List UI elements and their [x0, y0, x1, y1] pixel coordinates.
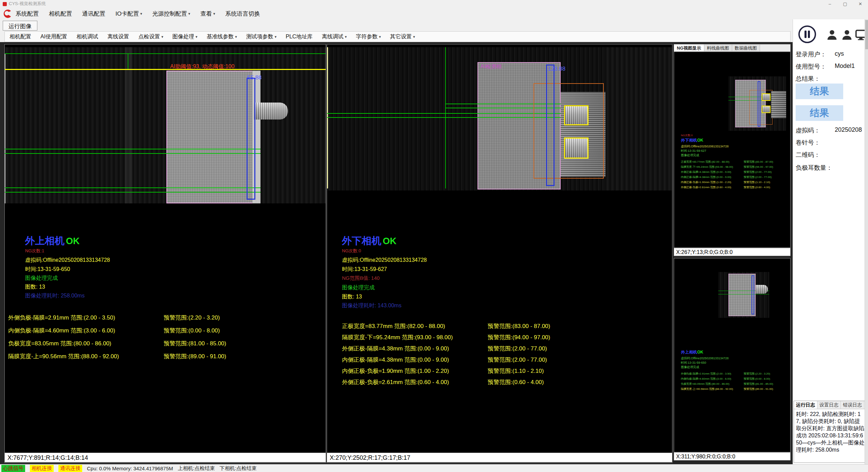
- login-user-row: 登录用户： cys: [796, 50, 844, 58]
- blue-measure-box: [546, 65, 555, 186]
- measurement-warn: 预警范围:(2.00 - 77.00): [488, 356, 547, 364]
- tool-baseline-params[interactable]: 基准线参数▾: [206, 33, 237, 40]
- log-content[interactable]: 耗时: 222, 缺陷检测耗时: 17, 缺陷分类耗时: 0, 缺陷提取分区耗时…: [794, 409, 867, 455]
- minimize-button[interactable]: –: [822, 0, 837, 8]
- ng-count: NG次数:1: [25, 249, 44, 254]
- measurement-text: 内侧正极-负极=1.90mm 范围:(1.00 - 2.20): [342, 367, 449, 375]
- measurement-text: 外侧正极-负极=2.61mm 范围:(0.60 - 4.00): [342, 378, 449, 386]
- menu-comm-config[interactable]: 通讯配置: [82, 10, 105, 18]
- menu-system-config[interactable]: 系统配置: [16, 10, 39, 18]
- left-camera-view[interactable]: AI助阈值:93, 动态阈值:100 55.88 外上相机OK NG次数:1 虚…: [5, 44, 326, 453]
- menu-view[interactable]: 查看▾: [200, 10, 215, 18]
- tool-char-params[interactable]: 字符参数▾: [356, 33, 381, 40]
- background-texture-dark: [605, 47, 672, 190]
- mini-time: 时间:13-31-59-627: [681, 149, 706, 153]
- tab-data-curve[interactable]: 数据曲线图: [732, 44, 760, 51]
- tab-error-log[interactable]: 错误日志: [841, 401, 864, 409]
- model-value[interactable]: Model1: [835, 62, 855, 71]
- bright-strip: [125, 47, 132, 203]
- mini-ok: OK: [697, 138, 703, 143]
- blue-measure-box: [247, 78, 255, 200]
- scrollbar-thumb[interactable]: [865, 20, 868, 49]
- mini-yellow-box: [762, 93, 771, 101]
- mini-meas: 外侧负极-隔膜=2.91mm 范围:(2.00 - 3.50): [681, 372, 731, 376]
- tool-ai-use-config[interactable]: AI使用配置: [40, 33, 67, 40]
- menu-label: 光源控制配置: [152, 10, 187, 18]
- thumbnail2-coords: X:311;Y:980;R:0;G:0;B:0: [674, 452, 791, 460]
- user-button-1[interactable]: [825, 27, 839, 42]
- camera-result-line: 外上相机OK: [25, 235, 80, 247]
- tool-label: 点检设置: [138, 33, 160, 40]
- ng-thumbnail-upper-camera[interactable]: 外上相机OK 虚拟码:Offline20250208133134728 时间:1…: [674, 258, 791, 452]
- left-camera-coords: X:7677;Y:891;R:14;G:14;B:14: [5, 453, 326, 462]
- chevron-down-icon: ▾: [413, 35, 415, 39]
- log-panel: 运行日志 设置日志 错误日志 耗时: 222, 缺陷检测耗时: 17, 缺陷分类…: [794, 401, 867, 463]
- tool-image-process[interactable]: 图像处理▾: [173, 33, 198, 40]
- menu-light-config[interactable]: 光源控制配置▾: [152, 10, 190, 18]
- login-user-value[interactable]: cys: [835, 50, 844, 58]
- mini-meas: 预警范围:(0.60 - 4.00): [744, 185, 770, 189]
- reference-line-yellow: [5, 69, 326, 70]
- frame-count-line: 图数: 13: [25, 284, 45, 290]
- chevron-down-icon: ▾: [275, 35, 277, 39]
- menu-language-switch[interactable]: 系统语言切换: [225, 10, 260, 18]
- right-camera-panel: AI检测框 123.88 外下相机OK NG次数:0 虚拟码:Offline20…: [327, 44, 672, 463]
- tool-camera-config[interactable]: 相机配置: [10, 33, 31, 40]
- menu-io-card-config[interactable]: IO卡配置▾: [115, 10, 142, 18]
- tool-offline-debug[interactable]: 离线调试▾: [322, 33, 347, 40]
- tab-line-curve[interactable]: 料线曲线图: [704, 44, 732, 51]
- qr-code-row: 二维码：: [796, 151, 835, 159]
- camera-ok: OK: [66, 236, 80, 246]
- user-button-2[interactable]: [839, 27, 854, 42]
- frame-count-line: 图数: 13: [342, 294, 362, 300]
- mini-meas: 预警范围:(2.20 - 3.20): [744, 372, 770, 376]
- menu-camera-config[interactable]: 相机配置: [49, 10, 72, 18]
- tool-plc-address[interactable]: PLC地址库: [286, 33, 312, 40]
- measurement-warn: 预警范围:(83.00 - 87.00): [488, 322, 550, 330]
- right-camera-view[interactable]: AI检测框 123.88 外下相机OK NG次数:0 虚拟码:Offline20…: [327, 44, 672, 453]
- edge-line: [5, 53, 5, 203]
- measurement-warn: 预警范围:(81.00 - 85.00): [164, 340, 226, 347]
- roll-pin-row: 卷针号：: [796, 139, 835, 147]
- virtual-code-value: 20250208: [835, 126, 862, 134]
- maximize-button[interactable]: ▢: [837, 0, 853, 8]
- login-user-label: 登录用户：: [796, 50, 835, 58]
- close-button[interactable]: ✕: [853, 0, 868, 8]
- ng-range-line: NG范围B值: 140: [342, 275, 380, 281]
- camera-result-line: 外下相机OK: [342, 235, 397, 247]
- tool-label: AI使用配置: [40, 33, 67, 40]
- chevron-down-icon: ▾: [188, 12, 190, 16]
- menu-label: 系统语言切换: [225, 10, 260, 18]
- window-title: CYS-视觉检测系统: [9, 1, 46, 6]
- mini-meas: 预警范围:(1.10 - 2.10): [744, 180, 770, 184]
- measurement-warn: 预警范围:(1.10 - 2.10): [488, 367, 544, 375]
- background-texture: [5, 47, 326, 203]
- measurement-warn: 预警范围:(89.00 - 91.00): [164, 352, 226, 360]
- title-bar: CYS-视觉检测系统 – ▢ ✕: [0, 0, 868, 8]
- tab-run-log[interactable]: 运行日志: [794, 401, 817, 409]
- right-scrollbar[interactable]: [865, 19, 868, 464]
- app-window: CYS-视觉检测系统 – ▢ ✕ 系统配置 相机配置 通讯配置 IO卡配置▾ 光…: [0, 0, 868, 472]
- ng-thumbnail-lower-camera[interactable]: NG次数:0 外下相机OK 虚拟码:Offline202502081331347…: [674, 52, 791, 248]
- virtual-code-row: 虚拟码： 20250208: [796, 126, 862, 134]
- tab-setting-log[interactable]: 设置日志: [817, 401, 841, 409]
- menu-label: IO卡配置: [115, 10, 139, 18]
- tool-offline-setting[interactable]: 离线设置: [107, 33, 129, 40]
- mini-meas: 内侧负极-隔膜=4.60mm 范围:(3.00 - 6.00): [681, 377, 731, 381]
- chevron-down-icon: ▾: [213, 12, 215, 16]
- tool-other-settings[interactable]: 其它设置▾: [390, 33, 415, 40]
- mini-vcode: 虚拟码:Offline20250208133134728: [681, 356, 728, 361]
- tab-ng-view[interactable]: NG视图显示: [674, 44, 704, 51]
- tool-test-params[interactable]: 测试项参数▾: [246, 33, 277, 40]
- left-camera-panel: AI助阈值:93, 动态阈值:100 55.88 外上相机OK NG次数:1 虚…: [4, 44, 326, 463]
- chevron-down-icon: ▾: [345, 35, 347, 39]
- tool-spotcheck-setting[interactable]: 点检设置▾: [138, 33, 163, 40]
- tool-camera-debug[interactable]: 相机调试: [76, 33, 98, 40]
- tool-label: 字符参数: [356, 33, 378, 40]
- mini-time: 时间:13-31-59-650: [681, 361, 706, 365]
- pause-button[interactable]: [798, 25, 816, 43]
- pause-icon: [798, 25, 816, 43]
- tab-run-image[interactable]: 运行图像: [3, 21, 37, 31]
- virtual-code-line: 虚拟码:Offline20250208133134728: [25, 257, 110, 263]
- thumbnail1-coords: X:267;Y:13;R:0;G:0;B:0: [674, 248, 791, 256]
